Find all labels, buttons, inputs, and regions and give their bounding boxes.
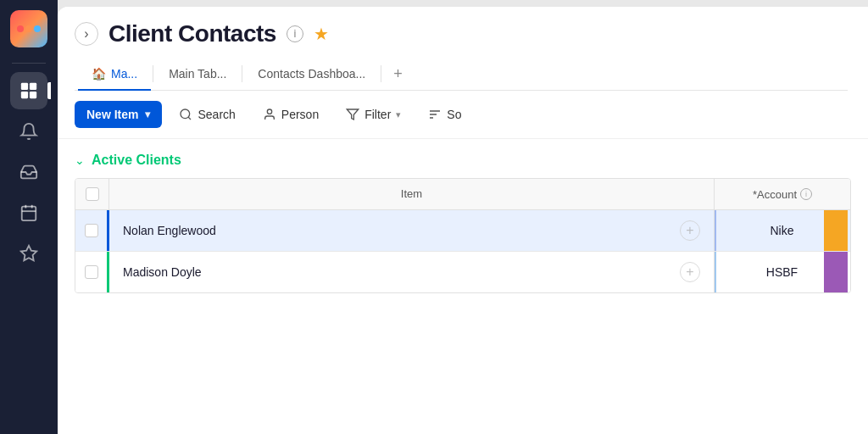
svg-point-14	[267, 109, 271, 114]
app-logo[interactable]	[10, 10, 47, 47]
header-checkbox-cell	[75, 179, 109, 209]
sidebar-item-inbox[interactable]	[10, 153, 47, 191]
column-header-account: *Account i	[715, 179, 850, 209]
sidebar-divider	[12, 63, 46, 64]
search-button[interactable]: Search	[169, 101, 245, 128]
header: › Client Contacts i ★ 🏠 Ma... Main Tab..…	[58, 7, 868, 91]
search-icon	[179, 108, 192, 121]
svg-rect-6	[30, 92, 36, 98]
sort-icon	[428, 108, 442, 121]
row1-name: Nolan Englewood	[123, 224, 216, 237]
tabs-bar: 🏠 Ma... Main Tab... Contacts Dashboa... …	[75, 58, 848, 91]
row2-color-indicator	[824, 252, 848, 292]
person-label: Person	[281, 108, 319, 121]
svg-point-0	[17, 25, 24, 32]
svg-rect-7	[22, 207, 36, 220]
row1-checkbox[interactable]	[85, 224, 98, 237]
person-icon	[263, 108, 276, 121]
row2-checkbox-cell	[75, 252, 109, 292]
svg-marker-11	[21, 246, 36, 260]
section-header: ⌄ Active Clients	[75, 153, 851, 168]
account-header-label: *Account	[753, 188, 797, 201]
column-header-item: Item	[109, 179, 715, 209]
home-icon: 🏠	[92, 67, 106, 81]
table-row: Madison Doyle + HSBF	[75, 252, 850, 292]
tab-separator-3	[381, 65, 381, 82]
add-tab-button[interactable]: +	[383, 58, 413, 90]
sort-button[interactable]: So	[418, 101, 471, 128]
svg-rect-3	[21, 83, 28, 90]
row1-account: Nike	[770, 224, 793, 237]
header-top: › Client Contacts i ★	[75, 20, 848, 47]
tab-main[interactable]: 🏠 Ma...	[78, 58, 151, 91]
svg-rect-4	[30, 83, 36, 90]
svg-line-13	[189, 117, 192, 120]
row2-add-button[interactable]: +	[680, 262, 700, 282]
account-info-icon[interactable]: i	[800, 188, 812, 200]
data-table: Item *Account i Nolan Englewood + Nike	[75, 178, 851, 293]
tab-separator-2	[242, 65, 242, 82]
search-label: Search	[198, 108, 235, 121]
tab-main-label: Ma...	[111, 67, 137, 81]
row1-color-indicator	[824, 210, 848, 251]
tab-contacts-dashboard-label: Contacts Dashboa...	[258, 67, 365, 81]
tab-main-table-label: Main Tab...	[169, 67, 226, 81]
row2-name-cell[interactable]: Madison Doyle +	[109, 252, 715, 292]
tab-main-table[interactable]: Main Tab...	[155, 58, 240, 91]
sidebar	[0, 0, 58, 434]
info-icon: i	[293, 28, 296, 40]
svg-marker-15	[348, 109, 359, 120]
section-collapse-icon[interactable]: ⌄	[75, 153, 85, 167]
svg-rect-5	[21, 92, 28, 98]
sidebar-item-favorites[interactable]	[10, 235, 47, 272]
filter-button[interactable]: Filter ▾	[336, 101, 411, 128]
row2-name: Madison Doyle	[123, 265, 202, 279]
back-button[interactable]: ›	[75, 22, 98, 46]
new-item-label: New Item	[86, 108, 138, 121]
row2-checkbox[interactable]	[85, 265, 98, 279]
active-indicator	[47, 82, 51, 99]
table-header-row: Item *Account i	[75, 179, 850, 210]
tab-separator-1	[153, 65, 153, 82]
sidebar-item-calendar[interactable]	[10, 194, 47, 231]
page-title: Client Contacts	[108, 20, 276, 47]
row2-account-cell[interactable]: HSBF	[715, 252, 850, 292]
row1-add-button[interactable]: +	[680, 220, 700, 241]
filter-label: Filter	[364, 108, 391, 121]
select-all-checkbox[interactable]	[86, 187, 99, 201]
svg-point-12	[181, 109, 190, 119]
toolbar: New Item ▾ Search Person Filter ▾	[58, 91, 868, 139]
row2-account: HSBF	[766, 265, 798, 279]
filter-chevron-icon: ▾	[396, 109, 401, 120]
svg-point-1	[25, 25, 32, 32]
chevron-right-icon: ›	[84, 26, 88, 42]
info-button[interactable]: i	[287, 25, 303, 42]
favorite-star-icon[interactable]: ★	[314, 24, 329, 44]
filter-icon	[346, 108, 359, 121]
person-button[interactable]: Person	[253, 101, 329, 128]
table-row: Nolan Englewood + Nike	[75, 210, 850, 252]
svg-point-2	[34, 25, 41, 32]
chevron-down-icon: ▾	[145, 108, 150, 120]
sidebar-item-workspace[interactable]	[10, 72, 47, 109]
tab-contacts-dashboard[interactable]: Contacts Dashboa...	[244, 58, 379, 91]
sort-label: So	[447, 108, 461, 121]
sidebar-item-notifications[interactable]	[10, 113, 47, 150]
row1-name-cell[interactable]: Nolan Englewood +	[109, 210, 715, 251]
row1-checkbox-cell	[75, 210, 109, 251]
section-title: Active Clients	[92, 153, 181, 168]
new-item-button[interactable]: New Item ▾	[75, 101, 162, 128]
table-area: ⌄ Active Clients Item *Account i	[58, 139, 868, 434]
main-content: › Client Contacts i ★ 🏠 Ma... Main Tab..…	[58, 7, 868, 434]
row1-account-cell[interactable]: Nike	[715, 210, 850, 251]
